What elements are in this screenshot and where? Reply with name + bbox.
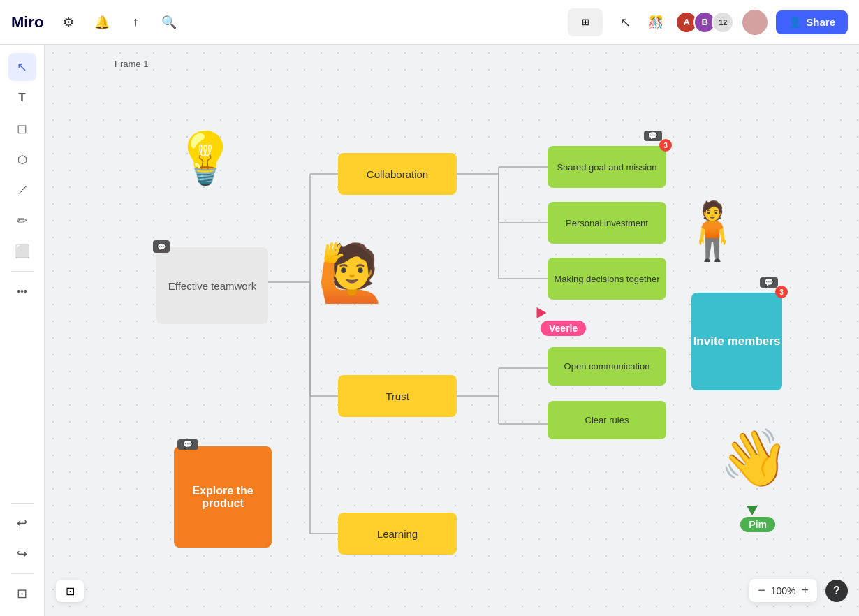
zoom-in-button[interactable]: + bbox=[801, 583, 809, 598]
cursor-mode-icon[interactable]: ↖ bbox=[614, 11, 636, 34]
apps-grid-icon: ⊞ bbox=[582, 17, 589, 27]
invite-members-node[interactable]: 3 💬 Invite members bbox=[691, 293, 782, 390]
effective-teamwork-node[interactable]: 💬 Effective teamwork bbox=[156, 247, 268, 324]
comment-icon-1[interactable]: 💬 bbox=[153, 240, 170, 253]
waving-person-illustration: 🙋 bbox=[317, 240, 387, 306]
canvas[interactable]: Frame 1 💡 bbox=[45, 45, 859, 616]
more-tools[interactable]: ••• bbox=[8, 277, 36, 305]
bell-icon[interactable]: 🔔 bbox=[91, 11, 113, 34]
lightbulb-illustration: 💡 bbox=[174, 129, 237, 188]
sidebar: ↖ T ◻ ⬡ ⟋ ✏ ⬜ ••• ↩ ↪ ⊡ bbox=[0, 45, 45, 616]
avatar-group: A B 12 bbox=[675, 11, 734, 34]
sidebar-divider bbox=[11, 271, 34, 272]
zoom-level: 100% bbox=[771, 585, 796, 596]
panel-icon[interactable]: ⊡ bbox=[8, 580, 36, 608]
comment-icon-2[interactable]: 💬 bbox=[177, 439, 198, 450]
comment-bubble-2[interactable]: 💬 bbox=[760, 277, 778, 288]
pen-tool[interactable]: ✏ bbox=[8, 207, 36, 235]
topbar-right: ↖ 🎊 A B 12 👤 Share bbox=[614, 10, 848, 35]
zoom-out-button[interactable]: − bbox=[758, 583, 765, 598]
frame-label: Frame 1 bbox=[115, 59, 148, 69]
zoom-bar: − 100% + bbox=[749, 579, 817, 602]
collaboration-node[interactable]: Collaboration bbox=[338, 153, 457, 195]
open-communication-node[interactable]: Open communication bbox=[548, 347, 666, 386]
avatar-single bbox=[742, 10, 768, 35]
text-tool[interactable]: T bbox=[8, 84, 36, 112]
sidebar-bottom: ↩ ↪ ⊡ bbox=[8, 500, 36, 608]
sidebar-divider-3 bbox=[11, 573, 34, 574]
shape-tool[interactable]: ⬡ bbox=[8, 145, 36, 173]
undo-button[interactable]: ↩ bbox=[8, 509, 36, 537]
topbar-left-icons: ⚙ 🔔 ↑ 🔍 bbox=[57, 11, 180, 34]
apps-button[interactable]: ⊞ bbox=[568, 8, 603, 36]
share-button[interactable]: 👤 Share bbox=[776, 10, 848, 34]
clear-rules-node[interactable]: Clear rules bbox=[548, 401, 666, 439]
panel-toggle-button[interactable]: ⊡ bbox=[56, 580, 84, 602]
explore-product-node[interactable]: 💬 Explore the product bbox=[174, 446, 272, 548]
cursor-tool[interactable]: ↖ bbox=[8, 53, 36, 81]
personal-investment-node[interactable]: Personal investment bbox=[548, 202, 666, 244]
comment-count-badge-1: 3 bbox=[659, 139, 672, 152]
confetti-icon[interactable]: 🎊 bbox=[645, 11, 667, 34]
shared-goal-node[interactable]: 3 💬 Shared goal and mission bbox=[548, 146, 666, 188]
frame-tool[interactable]: ⬜ bbox=[8, 237, 36, 265]
avatar-count: 12 bbox=[712, 11, 734, 34]
sidebar-divider-2 bbox=[11, 503, 34, 504]
help-button[interactable]: ? bbox=[825, 580, 848, 602]
waving-hand-illustration: 👋 bbox=[719, 425, 789, 491]
veerle-cursor-arrow bbox=[532, 305, 547, 318]
panel-icon: ⊡ bbox=[66, 585, 75, 598]
comment-count-badge-2: 3 bbox=[775, 286, 788, 298]
veerle-cursor-label: Veerle bbox=[541, 321, 586, 336]
pim-cursor-label: Pim bbox=[740, 517, 775, 532]
redo-button[interactable]: ↪ bbox=[8, 540, 36, 568]
search-icon[interactable]: 🔍 bbox=[158, 11, 180, 34]
topbar: Miro ⚙ 🔔 ↑ 🔍 ⊞ ↖ 🎊 A B 12 👤 Share bbox=[0, 0, 859, 45]
line-tool[interactable]: ⟋ bbox=[8, 176, 36, 204]
pim-cursor-arrow bbox=[747, 506, 758, 515]
logo: Miro bbox=[11, 13, 43, 31]
comment-bubble-1[interactable]: 💬 bbox=[644, 131, 662, 141]
upload-icon[interactable]: ↑ bbox=[124, 11, 147, 34]
sticky-tool[interactable]: ◻ bbox=[8, 115, 36, 142]
comment-icon-symbol: 💬 bbox=[157, 243, 166, 251]
gear-icon[interactable]: ⚙ bbox=[57, 11, 80, 34]
thinking-person-illustration: 🧍 bbox=[677, 198, 747, 264]
learning-node[interactable]: Learning bbox=[338, 513, 457, 555]
share-icon: 👤 bbox=[788, 16, 802, 29]
trust-node[interactable]: Trust bbox=[338, 375, 457, 417]
making-decisions-node[interactable]: Making decisions together bbox=[548, 258, 666, 300]
